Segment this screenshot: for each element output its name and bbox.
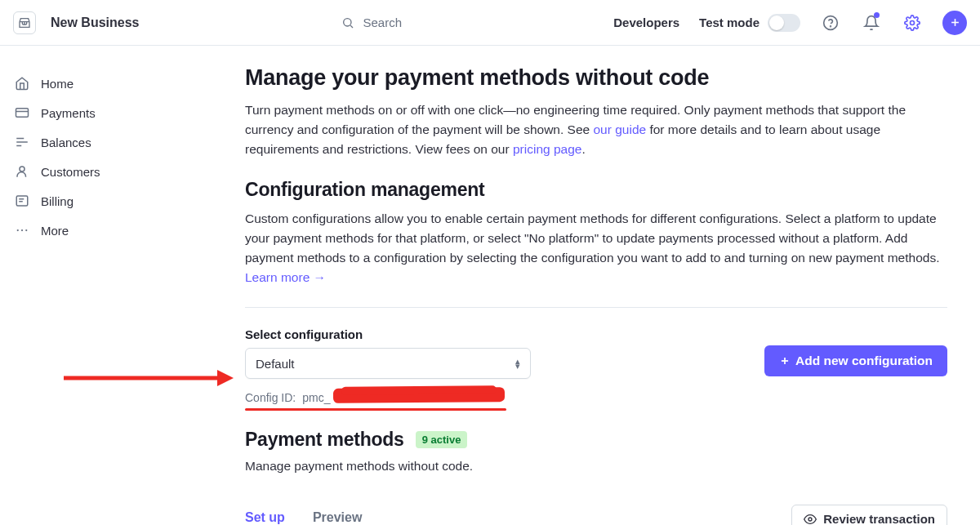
config-id-row: Config ID: pmc_: [245, 390, 539, 404]
svg-point-22: [808, 518, 812, 521]
balances-icon: [15, 135, 29, 149]
review-btn-label: Review transaction: [823, 512, 935, 525]
sidebar-item-balances[interactable]: Balances: [11, 127, 147, 157]
svg-point-3: [831, 25, 831, 26]
card-icon: [15, 105, 29, 120]
notifications-button[interactable]: [861, 12, 882, 33]
developers-link[interactable]: Developers: [613, 16, 679, 29]
divider: [245, 307, 947, 308]
app-logo-icon: [13, 11, 36, 34]
chevron-updown-icon: ▴▾: [515, 358, 520, 368]
help-icon: [822, 15, 839, 31]
help-button[interactable]: [820, 12, 841, 33]
notification-dot: [874, 12, 880, 18]
user-icon: [15, 164, 29, 179]
active-count-badge: 9 active: [416, 431, 468, 448]
topbar-right: Developers Test mode: [613, 11, 967, 35]
config-mgmt-text: Custom configurations allow you to enabl…: [245, 209, 947, 287]
our-guide-link[interactable]: our guide: [594, 122, 647, 136]
sidebar-item-payments[interactable]: Payments: [11, 98, 147, 127]
svg-point-0: [344, 18, 351, 25]
tabs: Set up Preview: [245, 510, 362, 525]
plus-icon: [949, 16, 961, 29]
pricing-page-link[interactable]: pricing page: [513, 142, 581, 156]
tabs-row: Set up Preview Review transaction: [245, 505, 947, 525]
sidebar-item-more[interactable]: More: [11, 216, 147, 245]
redaction-annotation: [333, 387, 505, 403]
main-content: Manage your payment methods without code…: [147, 46, 980, 525]
sidebar: Home Payments Balances Customers Billing…: [0, 46, 147, 525]
gear-icon: [904, 15, 920, 31]
page-title: Manage your payment methods without code: [245, 65, 947, 91]
sidebar-item-home[interactable]: Home: [11, 69, 147, 98]
payment-methods-subtitle: Manage payment methods without code.: [245, 459, 947, 474]
sidebar-item-billing[interactable]: Billing: [11, 186, 147, 216]
topbar: New Business Search Developers Test mode: [0, 0, 980, 46]
config-text: Custom configurations allow you to enabl…: [245, 211, 939, 265]
eye-icon: [804, 513, 817, 525]
create-button[interactable]: [942, 11, 967, 35]
sidebar-item-label: Payments: [41, 106, 96, 120]
home-icon: [15, 76, 29, 91]
sidebar-item-label: Customers: [41, 165, 100, 179]
config-id-value: pmc_: [302, 391, 330, 404]
search-input[interactable]: Search: [341, 16, 402, 29]
test-mode-group: Test mode: [699, 14, 800, 32]
select-config-label: Select configuration: [245, 327, 539, 341]
test-mode-label: Test mode: [699, 16, 760, 29]
sidebar-item-customers[interactable]: Customers: [11, 157, 147, 186]
payment-methods-header: Payment methods 9 active: [245, 429, 947, 451]
svg-rect-7: [16, 109, 29, 118]
svg-point-17: [21, 229, 23, 231]
add-configuration-button[interactable]: Add new configuration: [764, 345, 947, 376]
tab-preview[interactable]: Preview: [313, 510, 362, 525]
svg-line-1: [351, 25, 354, 28]
config-mgmt-title: Configuration management: [245, 179, 947, 201]
config-id-label: Config ID:: [245, 391, 296, 404]
config-row: Select configuration Default ▴▾ Config I…: [245, 327, 947, 404]
toggle-knob: [769, 16, 784, 30]
intro-end: .: [581, 142, 585, 156]
layout: Home Payments Balances Customers Billing…: [0, 46, 980, 525]
svg-point-4: [911, 20, 915, 24]
config-select[interactable]: Default ▴▾: [245, 348, 531, 379]
svg-point-12: [20, 167, 24, 171]
svg-point-18: [25, 229, 27, 231]
search-icon: [341, 16, 354, 29]
underline-annotation: [245, 408, 506, 411]
test-mode-toggle[interactable]: [768, 14, 800, 32]
billing-icon: [15, 194, 29, 208]
review-transaction-button[interactable]: Review transaction: [791, 505, 947, 525]
search-placeholder: Search: [363, 16, 402, 29]
payment-methods-title: Payment methods: [245, 429, 404, 451]
add-config-label: Add new configuration: [795, 354, 933, 368]
sidebar-item-label: Home: [41, 77, 74, 91]
plus-icon: [779, 355, 791, 367]
learn-more-link[interactable]: Learn more →: [245, 270, 326, 284]
app-title: New Business: [51, 16, 139, 30]
settings-button[interactable]: [902, 12, 923, 33]
tab-setup[interactable]: Set up: [245, 510, 285, 525]
more-icon: [15, 223, 29, 238]
sidebar-item-label: Billing: [41, 194, 74, 208]
config-id-text: pmc_: [302, 391, 330, 404]
config-select-value: Default: [256, 357, 295, 371]
svg-point-16: [17, 229, 19, 231]
config-select-group: Select configuration Default ▴▾ Config I…: [245, 327, 539, 404]
intro-text: Turn payment methods on or off with one …: [245, 100, 947, 159]
sidebar-item-label: More: [41, 224, 69, 238]
sidebar-item-label: Balances: [41, 136, 91, 149]
